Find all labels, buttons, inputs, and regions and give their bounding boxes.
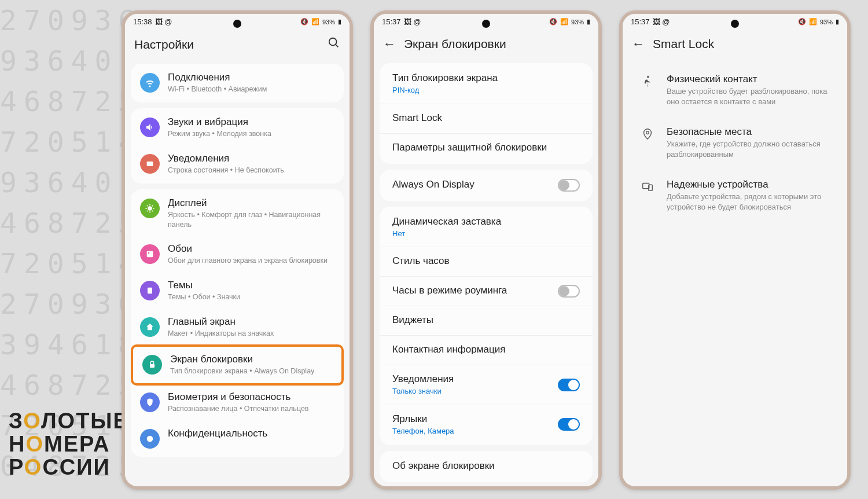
- settings-row-wall[interactable]: Обои Обои для главного экрана и экрана б…: [131, 236, 344, 273]
- page-title: Настройки: [134, 38, 319, 52]
- row-title: Дисплей: [168, 197, 334, 209]
- bio-icon: [140, 392, 160, 412]
- display-icon: [140, 199, 160, 218]
- row-title: Биометрия и безопасность: [168, 391, 334, 403]
- signal-icon: 📶: [560, 18, 568, 25]
- svg-point-8: [147, 435, 153, 442]
- lockscreen-row[interactable]: Стиль часов: [380, 247, 593, 277]
- row-title: Параметры защитной блокировки: [392, 142, 580, 153]
- settings-row-notif[interactable]: Уведомления Строка состояния • Не беспок…: [131, 146, 344, 182]
- battery-text: 93%: [322, 19, 335, 25]
- themes-icon: [140, 281, 160, 300]
- row-subtitle: Обои для главного экрана и экрана блокир…: [168, 256, 334, 266]
- settings-row-home[interactable]: Главный экран Макет • Индикаторы на знач…: [131, 309, 344, 346]
- settings-row-priv[interactable]: Конфиденциальность: [131, 421, 344, 456]
- back-button[interactable]: ←: [632, 36, 645, 52]
- row-subtitle: Яркость • Комфорт для глаз • Навигационн…: [168, 210, 334, 230]
- svg-point-5: [148, 252, 150, 254]
- row-subtitle: Тип блокировки экрана • Always On Displa…: [170, 366, 332, 376]
- camera-hole: [731, 20, 739, 28]
- svg-point-3: [148, 206, 152, 211]
- row-title: Виджеты: [392, 314, 580, 326]
- status-left-icons: 🖼 @: [155, 17, 172, 26]
- wall-icon: [140, 244, 160, 264]
- search-icon[interactable]: [328, 36, 340, 52]
- toggle-switch[interactable]: [558, 418, 580, 431]
- row-subtitle: PIN-код: [392, 85, 580, 96]
- row-subtitle: Добавьте устройства, рядом с которыми эт…: [667, 192, 829, 212]
- row-title: Физический контакт: [667, 74, 829, 85]
- row-title: Конфиденциальность: [168, 428, 334, 439]
- phone-lockscreen: 15:37 🖼 @ 🔇 📶 93% ▮ ← Экран блокировки Т…: [370, 10, 602, 490]
- brand-logo: ЗОЛОТЫЕ НОМЕРА РОССИИ: [9, 409, 129, 479]
- row-subtitle: Режим звука • Мелодия звонка: [168, 129, 334, 139]
- status-left-icons: 🖼 @: [404, 17, 421, 26]
- battery-icon: ▮: [836, 18, 839, 25]
- battery-icon: ▮: [338, 18, 341, 25]
- camera-hole: [233, 20, 241, 28]
- row-title: Надежные устройства: [667, 179, 829, 190]
- page-title: Экран блокировки: [404, 37, 589, 51]
- lockscreen-row[interactable]: Динамическая заставкаНет: [380, 208, 593, 248]
- row-title: Ярлыки: [392, 413, 558, 425]
- row-subtitle: Темы • Обои • Значки: [168, 292, 334, 302]
- priv-icon: [140, 429, 160, 449]
- svg-rect-6: [148, 288, 152, 294]
- row-title: Always On Display: [392, 179, 558, 190]
- row-title: Стиль часов: [392, 255, 580, 267]
- row-subtitle: Распознавание лица • Отпечатки пальцев: [168, 404, 334, 414]
- settings-row-bio[interactable]: Биометрия и безопасность Распознавание л…: [131, 384, 344, 421]
- row-subtitle: Ваше устройство будет разблокировано, по…: [667, 86, 829, 107]
- svg-rect-2: [147, 162, 153, 166]
- toggle-switch[interactable]: [558, 285, 580, 298]
- signal-icon: 📶: [311, 18, 319, 25]
- battery-text: 93%: [571, 19, 584, 25]
- row-title: Smart Lock: [392, 112, 580, 124]
- lockscreen-row[interactable]: Об экране блокировки: [380, 452, 593, 481]
- settings-row-sound[interactable]: Звуки и вибрация Режим звука • Мелодия з…: [131, 109, 344, 146]
- lockscreen-row[interactable]: Контактная информация: [380, 336, 593, 365]
- smartlock-row[interactable]: Надежные устройства Добавьте устройства,…: [628, 170, 841, 222]
- row-subtitle: Укажите, где устройство должно оставатьс…: [667, 139, 829, 159]
- smartlock-row[interactable]: Физический контакт Ваше устройство будет…: [628, 64, 841, 117]
- lockscreen-row[interactable]: УведомленияТолько значки: [380, 365, 593, 405]
- page-title: Smart Lock: [653, 37, 838, 51]
- settings-row-themes[interactable]: Темы Темы • Обои • Значки: [131, 273, 344, 309]
- phone-settings: 15:38 🖼 @ 🔇 📶 93% ▮ Настройки Подключени…: [122, 10, 353, 490]
- lockscreen-row[interactable]: Виджеты: [380, 306, 593, 336]
- row-title: Тип блокировки экрана: [392, 72, 580, 84]
- row-subtitle: Телефон, Камера: [392, 426, 558, 436]
- sound-icon: [140, 118, 160, 137]
- toggle-switch[interactable]: [558, 379, 580, 391]
- wifi-icon: [140, 73, 160, 93]
- walk-icon: [641, 75, 655, 90]
- battery-text: 93%: [820, 19, 833, 25]
- svg-rect-11: [643, 184, 649, 189]
- svg-rect-4: [147, 251, 153, 258]
- camera-hole: [482, 20, 490, 28]
- settings-row-lock[interactable]: Экран блокировки Тип блокировки экрана •…: [131, 344, 344, 386]
- row-title: Обои: [168, 243, 334, 255]
- pin-icon: [641, 127, 655, 143]
- lockscreen-row[interactable]: Smart Lock: [380, 104, 593, 134]
- lockscreen-row[interactable]: ЯрлыкиТелефон, Камера: [380, 405, 593, 445]
- mute-icon: 🔇: [798, 18, 806, 25]
- row-title: Безопасные места: [667, 126, 829, 138]
- home-icon: [140, 317, 160, 337]
- status-time: 15:37: [631, 17, 650, 26]
- settings-row-wifi[interactable]: Подключения Wi-Fi • Bluetooth • Авиарежи…: [131, 65, 344, 101]
- lockscreen-row[interactable]: Always On Display: [380, 171, 593, 200]
- lockscreen-row[interactable]: Параметры защитной блокировки: [380, 134, 593, 163]
- lockscreen-row[interactable]: Тип блокировки экранаPIN-код: [380, 64, 593, 104]
- svg-point-10: [646, 131, 649, 134]
- back-button[interactable]: ←: [383, 36, 396, 52]
- settings-row-display[interactable]: Дисплей Яркость • Комфорт для глаз • Нав…: [131, 190, 344, 237]
- status-time: 15:37: [382, 17, 401, 26]
- smartlock-row[interactable]: Безопасные места Укажите, где устройство…: [628, 117, 841, 170]
- svg-rect-7: [150, 364, 155, 368]
- row-subtitle: Wi-Fi • Bluetooth • Авиарежим: [168, 85, 334, 94]
- lockscreen-row[interactable]: Часы в режиме роуминга: [380, 277, 593, 306]
- battery-icon: ▮: [587, 18, 590, 25]
- toggle-switch[interactable]: [558, 179, 580, 192]
- row-subtitle: Только значки: [392, 386, 558, 397]
